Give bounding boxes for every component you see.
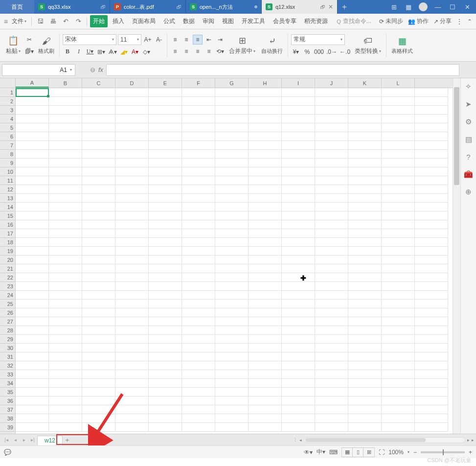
cell[interactable] [382,176,415,185]
ribbon-tab-review[interactable]: 审阅 [200,15,217,27]
sheet-nav-prev[interactable]: ◂ [11,437,20,443]
cell[interactable] [348,370,382,379]
cell[interactable] [348,238,382,247]
cell[interactable] [348,352,382,361]
cell[interactable] [415,238,448,247]
cell[interactable] [16,203,49,211]
cell[interactable] [49,344,82,352]
cell[interactable] [182,264,215,273]
cell[interactable] [49,176,82,185]
cell[interactable] [249,176,282,185]
horizontal-scrollbar[interactable]: ⋮◂ ▸▸ [293,437,474,443]
cell[interactable] [415,176,448,185]
settings-icon[interactable]: ⚙ [465,117,472,126]
cell[interactable] [382,291,415,300]
cell[interactable] [149,379,182,388]
cell[interactable] [82,317,115,326]
cell[interactable] [382,370,415,379]
cell[interactable] [249,115,282,123]
cell[interactable] [415,115,448,123]
cell[interactable] [249,132,282,141]
cell[interactable] [348,211,382,220]
restore-icon[interactable]: 🗗 [177,4,181,10]
cell[interactable] [16,220,49,229]
row-header[interactable]: 17 [0,229,15,238]
col-header-K[interactable]: K [348,78,382,88]
sheet-nav-next[interactable]: ▸ [20,437,28,443]
avatar[interactable] [416,0,430,14]
cell[interactable] [249,291,282,300]
cell[interactable] [282,326,315,335]
copy-icon[interactable]: 🗐▾ [24,47,34,56]
cell-grid[interactable] [16,88,453,432]
cell[interactable] [382,379,415,388]
align-left-icon[interactable]: ≡ [170,47,180,56]
collapse-ribbon-icon[interactable]: ⌃ [467,18,472,25]
cell[interactable] [348,361,382,370]
cell[interactable] [16,211,49,220]
cell[interactable] [149,194,182,203]
cell[interactable] [382,211,415,220]
cell[interactable] [215,344,249,352]
cell[interactable] [382,396,415,405]
cell[interactable] [82,361,115,370]
cell[interactable] [315,167,348,176]
cell[interactable] [215,88,249,97]
ribbon-tab-resources[interactable]: 稻壳资源 [301,15,331,27]
cell[interactable] [82,414,115,423]
cell[interactable] [82,326,115,335]
doc-tab-3-active[interactable]: S q12.xlsx 🗗 ✕ [262,0,338,14]
more-icon[interactable]: ⋮ [456,18,462,25]
cell[interactable] [415,317,448,326]
cell[interactable] [282,115,315,123]
cell[interactable] [49,159,82,167]
cell[interactable] [49,220,82,229]
cell[interactable] [49,88,82,97]
cell[interactable] [182,115,215,123]
cell[interactable] [282,388,315,396]
cell[interactable] [115,115,149,123]
cell[interactable] [215,141,249,150]
cell[interactable] [382,106,415,115]
cell[interactable] [282,150,315,159]
layout-icon[interactable]: ▤ [465,135,472,144]
cell[interactable] [16,396,49,405]
cell[interactable] [348,88,382,97]
cell[interactable] [249,388,282,396]
cell[interactable] [315,185,348,194]
cell[interactable] [415,211,448,220]
gear-icon[interactable]: ⊕ [465,187,472,196]
cell[interactable] [382,159,415,167]
cell[interactable] [282,379,315,388]
cell[interactable] [215,115,249,123]
cell[interactable] [82,106,115,115]
cell[interactable] [348,97,382,106]
cell[interactable] [215,396,249,405]
redo-icon[interactable]: ↷ [73,18,84,25]
cell[interactable] [82,176,115,185]
cell[interactable] [49,317,82,326]
cell[interactable] [182,370,215,379]
cell[interactable] [115,361,149,370]
cell[interactable] [215,238,249,247]
cell[interactable] [149,159,182,167]
cell[interactable] [149,97,182,106]
cell[interactable] [415,220,448,229]
cell[interactable] [149,185,182,194]
cell[interactable] [315,414,348,423]
cell[interactable] [49,132,82,141]
ribbon-tab-data[interactable]: 数据 [180,15,198,27]
cell[interactable] [16,115,49,123]
cell[interactable] [315,361,348,370]
cell[interactable] [215,185,249,194]
cell[interactable] [382,203,415,211]
cell[interactable] [348,176,382,185]
row-header[interactable]: 31 [0,352,15,361]
cell[interactable] [249,264,282,273]
cell[interactable] [16,123,49,132]
cell[interactable] [282,256,315,264]
help-icon[interactable]: ? [466,153,470,161]
cell[interactable] [16,344,49,352]
cell[interactable] [282,300,315,308]
cell[interactable] [249,167,282,176]
